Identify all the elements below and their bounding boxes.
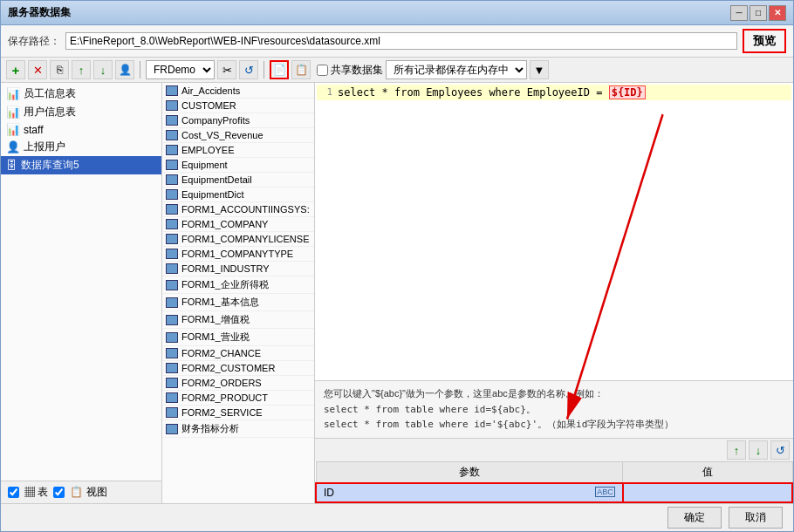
middle-list-item[interactable]: EquipmentDetail <box>162 173 314 188</box>
col-value: 值 <box>623 462 792 484</box>
middle-list-item[interactable]: FORM2_CUSTOMER <box>162 361 314 376</box>
middle-list-item[interactable]: Cost_VS_Revenue <box>162 128 314 143</box>
file-button2[interactable]: 📋 <box>291 60 311 79</box>
minimize-button[interactable]: ─ <box>730 5 748 21</box>
table-icon-small <box>166 115 178 126</box>
hint-area: 您可以键入"${abc}"做为一个参数，这里abc是参数的名称。例如： sele… <box>315 381 793 439</box>
cancel-button[interactable]: 取消 <box>729 507 783 529</box>
param-table-row[interactable]: IDABC <box>316 483 792 502</box>
move-down-button[interactable]: ↓ <box>93 60 113 79</box>
tree-item-staff[interactable]: 📊 staff <box>1 121 161 138</box>
sql-editor[interactable]: 1 select * from Employees where Employee… <box>315 83 793 381</box>
table-icon-small <box>166 392 178 403</box>
left-tree: 📊 员工信息表 📊 用户信息表 📊 staff 👤 上报用户 🗄 <box>1 83 161 481</box>
table-icon-small <box>166 280 178 290</box>
path-input[interactable] <box>65 32 737 50</box>
table-icon-small <box>166 174 178 185</box>
middle-item-label: FORM1_营业税 <box>181 331 250 344</box>
table-icon-small <box>166 219 178 229</box>
middle-list-item[interactable]: FORM1_企业所得税 <box>162 276 314 294</box>
table-icon-small <box>166 85 178 96</box>
middle-list-item[interactable]: 财务指标分析 <box>162 420 314 438</box>
middle-list-item[interactable]: FORM1_增值税 <box>162 311 314 329</box>
param-value-cell[interactable] <box>623 483 792 502</box>
add-button[interactable]: + <box>6 60 25 79</box>
table-checkbox[interactable] <box>8 487 19 498</box>
param-refresh-button[interactable]: ↺ <box>770 440 790 460</box>
param-name-cell: IDABC <box>316 483 623 502</box>
tree-item-employee-table[interactable]: 📊 员工信息表 <box>1 85 161 103</box>
middle-list-item[interactable]: Air_Accidents <box>162 84 314 99</box>
param-table-area: 参数 值 IDABC <box>315 461 793 503</box>
window-controls: ─ □ ✕ <box>730 5 786 21</box>
tree-item-user-table[interactable]: 📊 用户信息表 <box>1 103 161 121</box>
tree-item-label: 员工信息表 <box>24 86 76 101</box>
middle-list-item[interactable]: FORM2_PRODUCT <box>162 391 314 406</box>
memory-select[interactable]: 所有记录都保存在内存中不保存 <box>386 60 527 79</box>
table-icon-small <box>166 424 178 434</box>
move-up-button[interactable]: ↑ <box>72 60 91 79</box>
table-icon-small <box>166 332 178 343</box>
tree-item-upload-user[interactable]: 👤 上报用户 <box>1 138 161 156</box>
col-param: 参数 <box>316 462 623 484</box>
middle-panel: Air_AccidentsCUSTOMERCompanyProfitsCost_… <box>162 83 315 503</box>
middle-list-item[interactable]: FORM2_SERVICE <box>162 406 314 420</box>
file-button[interactable]: 📄 <box>270 60 289 79</box>
tree-item-label2: 用户信息表 <box>24 105 76 119</box>
middle-list-item[interactable]: FORM1_COMPANYTYPE <box>162 247 314 262</box>
maximize-button[interactable]: □ <box>750 5 767 21</box>
middle-list-item[interactable]: FORM1_COMPANYLICENSE <box>162 232 314 247</box>
middle-item-label: FORM2_PRODUCT <box>181 392 268 403</box>
share-checkbox[interactable] <box>317 65 328 76</box>
middle-item-label: 财务指标分析 <box>181 422 239 435</box>
middle-list-item[interactable]: FORM2_ORDERS <box>162 376 314 391</box>
table-icon-small <box>166 348 178 358</box>
middle-list-item[interactable]: FORM2_CHANCE <box>162 346 314 361</box>
middle-item-label: FORM1_COMPANYTYPE <box>181 249 293 259</box>
middle-list-item[interactable]: FORM1_基本信息 <box>162 294 314 311</box>
param-up-button[interactable]: ↑ <box>727 440 746 460</box>
datasource-select[interactable]: FRDemo <box>146 60 215 79</box>
share-label[interactable]: 共享数据集 <box>331 63 383 78</box>
table-icon-small: ▦ <box>24 486 35 498</box>
middle-item-label: Air_Accidents <box>181 85 240 96</box>
tree-item-db-query5[interactable]: 🗄 数据库查询5 <box>1 156 161 174</box>
refresh-button[interactable]: ↺ <box>239 60 258 79</box>
middle-item-label: EquipmentDetail <box>181 174 252 185</box>
middle-list-item[interactable]: CUSTOMER <box>162 99 314 113</box>
middle-item-label: FORM1_INDUSTRY <box>181 263 270 274</box>
param-table: 参数 值 IDABC <box>315 461 793 503</box>
copy-button[interactable]: ⎘ <box>50 60 69 79</box>
cut-button[interactable]: ✂ <box>217 60 236 79</box>
middle-list-item[interactable]: FORM1_INDUSTRY <box>162 262 314 276</box>
middle-list-item[interactable]: CompanyProfits <box>162 113 314 128</box>
table-icon-small <box>166 363 178 373</box>
middle-list-item[interactable]: FORM1_COMPANY <box>162 217 314 232</box>
close-button[interactable]: ✕ <box>769 5 786 21</box>
middle-item-label: CUSTOMER <box>181 100 236 111</box>
sql-param: ${ID} <box>609 85 646 99</box>
table-icon-small <box>166 378 178 388</box>
separator1 <box>140 61 140 78</box>
middle-item-label: EquipmentDict <box>181 189 244 200</box>
table-icon-small <box>166 189 178 200</box>
delete-button[interactable]: ✕ <box>28 60 47 79</box>
middle-item-label: Cost_VS_Revenue <box>181 130 264 140</box>
middle-list-item[interactable]: FORM1_营业税 <box>162 329 314 346</box>
middle-item-label: FORM1_企业所得税 <box>181 278 269 291</box>
view-checkbox[interactable] <box>53 487 65 498</box>
table-checkbox-label[interactable]: ▦ 表 <box>24 485 48 500</box>
middle-item-label: FORM1_增值税 <box>181 313 250 326</box>
users-button[interactable]: 👤 <box>115 60 134 79</box>
confirm-button[interactable]: 确定 <box>667 507 722 529</box>
middle-list-item[interactable]: EquipmentDict <box>162 188 314 202</box>
middle-item-label: Equipment <box>181 160 228 170</box>
middle-list-item[interactable]: Equipment <box>162 158 314 173</box>
separator2 <box>264 61 264 78</box>
param-down-button[interactable]: ↓ <box>749 440 768 460</box>
memory-dropdown-button[interactable]: ▼ <box>530 60 549 79</box>
middle-list-item[interactable]: FORM1_ACCOUNTIINGSYS: <box>162 202 314 217</box>
view-checkbox-label[interactable]: 📋 视图 <box>70 485 106 500</box>
middle-list-item[interactable]: EMPLOYEE <box>162 143 314 158</box>
preview-button[interactable]: 预览 <box>743 29 786 53</box>
